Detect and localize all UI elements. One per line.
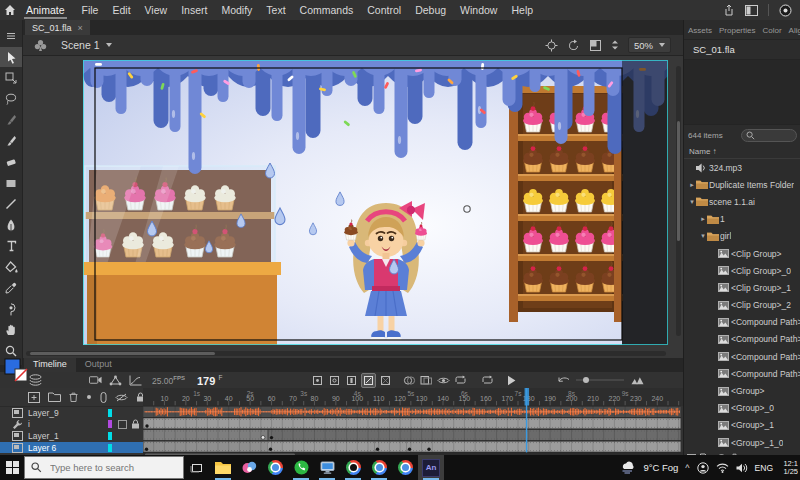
whatsapp-icon[interactable] [288, 455, 314, 480]
library-search-box[interactable] [741, 129, 797, 142]
add-layer-icon[interactable] [28, 392, 40, 403]
camera-icon[interactable] [88, 372, 103, 388]
insert-keyframe-icon[interactable] [310, 372, 325, 388]
panel-tab-assets[interactable]: Assets [688, 26, 712, 35]
center-stage-icon[interactable] [545, 39, 558, 52]
paint-bucket-tool[interactable] [0, 257, 22, 277]
loop-icon[interactable] [453, 372, 468, 388]
start-button[interactable] [0, 461, 24, 474]
hand-tool[interactable] [0, 320, 22, 340]
library-item[interactable]: <Compound Path>_0 [684, 331, 800, 348]
layer-row-layer_1[interactable]: Layer_1 [0, 430, 143, 442]
tree-collapsed-icon[interactable]: ▸ [699, 215, 707, 223]
my-computer-icon[interactable] [314, 455, 340, 480]
app-menu-animate[interactable]: Animate [24, 2, 67, 19]
canvas-vertical-scrollbar[interactable] [676, 66, 681, 336]
library-item[interactable]: <Clip Group>_1 [684, 279, 800, 296]
line-tool[interactable] [0, 194, 22, 214]
onion-outline-icon[interactable] [419, 372, 434, 388]
current-frame-indicator[interactable]: 179 F [197, 374, 222, 387]
zoom-level-dropdown[interactable]: 50% [628, 37, 671, 53]
menu-control[interactable]: Control [360, 0, 408, 20]
library-document-name[interactable]: SC_01.fla [684, 40, 800, 60]
menu-edit[interactable]: Edit [105, 0, 137, 20]
library-item[interactable]: <Compound Path>_4 [684, 365, 800, 382]
insert-frame-icon[interactable] [344, 372, 359, 388]
text-tool[interactable] [0, 236, 22, 256]
weather-text[interactable]: 9°C Fog [643, 462, 678, 473]
outline-column-icon[interactable] [100, 392, 107, 403]
library-item[interactable]: ▸Duplicate Items Folder [684, 176, 800, 193]
menu-debug[interactable]: Debug [408, 0, 453, 20]
library-item[interactable]: <Compound Path>_1 [684, 348, 800, 365]
library-item[interactable]: ▸1 [684, 211, 800, 228]
insert-blank-keyframe-icon[interactable] [327, 372, 342, 388]
tree-expanded-icon[interactable]: ▾ [688, 198, 696, 206]
tree-expanded-icon[interactable]: ▾ [699, 232, 707, 240]
panel-tab-color[interactable]: Color [762, 26, 781, 35]
library-item[interactable]: <Clip Group> [684, 245, 800, 262]
animate-app-icon[interactable]: An [418, 455, 444, 480]
library-sort-header[interactable]: Name ↑ [684, 144, 800, 159]
menu-file[interactable]: File [75, 0, 106, 20]
workspace-icon[interactable] [745, 5, 758, 16]
timeline-zoom-slider[interactable] [574, 372, 626, 388]
menu-window[interactable]: Window [453, 0, 504, 20]
panel-tab-align[interactable]: Align [789, 26, 800, 35]
document-tab[interactable]: SC_01.fla × [25, 20, 90, 35]
menu-help[interactable]: Help [504, 0, 540, 20]
stage-canvas[interactable] [22, 56, 683, 358]
brush-tool[interactable] [0, 131, 22, 151]
home-icon[interactable] [0, 4, 20, 16]
rotate-tool-icon[interactable] [567, 39, 580, 52]
onion-skin-icon[interactable] [402, 372, 417, 388]
task-view-button[interactable] [184, 462, 210, 474]
app-circle-icon[interactable] [779, 4, 792, 17]
advanced-layers-icon[interactable] [108, 372, 123, 388]
panel-tab-properties[interactable]: Properties [719, 26, 755, 35]
library-item[interactable]: <Group>_0 [684, 400, 800, 417]
library-item[interactable]: <Clip Group>_0 [684, 262, 800, 279]
fluid-brush-tool[interactable] [0, 110, 22, 130]
auto-keyframe-icon[interactable] [361, 372, 376, 388]
eyedropper-tool[interactable] [0, 278, 22, 298]
chrome-icon-2[interactable] [366, 455, 392, 480]
chrome-icon[interactable] [262, 455, 288, 480]
layer-row-layer_9[interactable]: Layer_9 [0, 407, 143, 419]
timeline-frames[interactable]: 1s2s3s4s5s6s7s8s9s1020304050607080901001… [143, 388, 683, 455]
chevron-down-icon[interactable] [106, 43, 112, 47]
wifi-icon[interactable] [716, 463, 729, 473]
menu-insert[interactable]: Insert [174, 0, 214, 20]
play-button[interactable] [504, 372, 519, 388]
rectangle-tool[interactable] [0, 173, 22, 193]
paint3d-icon[interactable] [236, 455, 262, 480]
layer-color-swatch[interactable] [108, 409, 112, 417]
share-icon[interactable] [723, 4, 735, 16]
eraser-tool[interactable] [0, 152, 22, 172]
layer-color-swatch[interactable] [108, 432, 112, 440]
graph-editor-icon[interactable] [128, 372, 143, 388]
layer-row-i[interactable]: i [0, 419, 143, 431]
timeline-zoom-fit-icon[interactable] [630, 372, 645, 388]
volume-icon[interactable] [736, 463, 748, 473]
taskbar-search-input[interactable] [48, 461, 167, 474]
tree-collapsed-icon[interactable]: ▸ [688, 181, 696, 189]
asset-warp-tool[interactable] [0, 299, 22, 319]
menu-modify[interactable]: Modify [214, 0, 259, 20]
layer-color-swatch[interactable] [108, 444, 112, 452]
lock-icon[interactable] [131, 419, 140, 429]
chrome-profile-icon[interactable] [340, 455, 366, 480]
library-item[interactable]: <Group>_1 [684, 417, 800, 434]
people-icon[interactable] [697, 462, 709, 474]
library-item[interactable]: <Clip Group>_2 [684, 297, 800, 314]
scene-breadcrumb[interactable]: Scene 1 [61, 39, 100, 51]
fill-stroke-color-widget[interactable] [2, 357, 32, 383]
canvas-horizontal-scrollbar[interactable] [26, 351, 666, 356]
close-icon[interactable]: × [78, 23, 83, 33]
zoom-stepper[interactable] [611, 39, 619, 51]
panel-menu-icon[interactable] [0, 26, 22, 46]
file-explorer-icon[interactable] [210, 455, 236, 480]
outline-toggle-icon[interactable] [118, 420, 127, 429]
library-item[interactable]: <Group>_1_0 [684, 434, 800, 451]
library-item[interactable]: <Compound Path> [684, 314, 800, 331]
